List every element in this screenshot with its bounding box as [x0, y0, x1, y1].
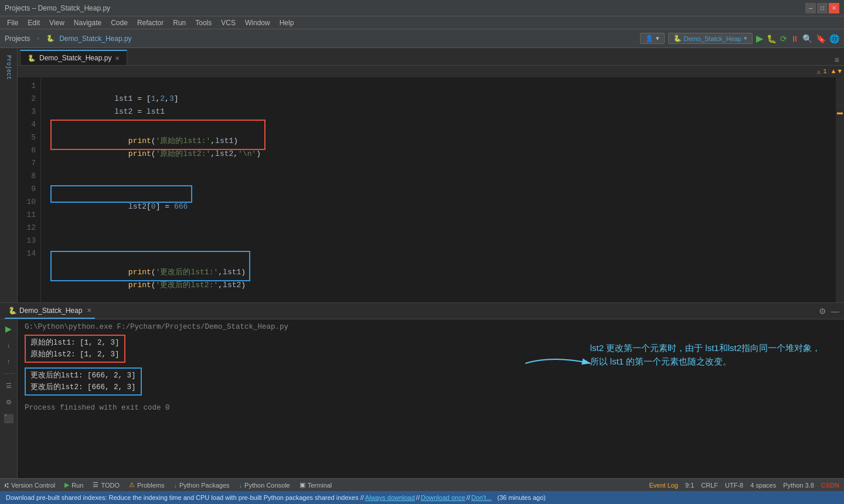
problems-item[interactable]: ⚠ Problems — [129, 481, 164, 489]
warning-triangle-icon: ⚠ — [817, 68, 821, 76]
python-version-item[interactable]: Python 3.8 — [783, 482, 814, 489]
editor-menu-icon[interactable]: ≡ — [835, 56, 839, 65]
main-toolbar: Projects › 🐍 Demo_Statck_Heap.py 👤 ▾ 🐍 D… — [0, 29, 844, 48]
code-line-9 — [50, 237, 836, 250]
run-status-icon: ▶ — [64, 481, 69, 489]
menu-file[interactable]: File — [2, 16, 23, 29]
version-control-item[interactable]: ⑆ Version Control — [5, 482, 55, 489]
project-label: Projects — [5, 35, 30, 43]
menu-navigate[interactable]: Navigate — [69, 16, 106, 29]
notif-time: (36 minutes ago) — [497, 494, 546, 501]
run-config-button[interactable]: 🐍 Demo_Statck_Heap ▾ — [668, 33, 753, 44]
run-play-button[interactable]: ▶ — [2, 322, 16, 336]
code-line-4: print('原始的lst1:',lst1) — [55, 122, 261, 135]
bookmark-button[interactable]: 🔖 — [816, 34, 826, 43]
menu-code[interactable]: Code — [106, 16, 132, 29]
blue-box-2: print('更改后的lst1:',lst1) print('更改后的lst2:… — [50, 251, 250, 281]
menu-run[interactable]: Run — [168, 16, 190, 29]
code-line-6 — [50, 171, 836, 184]
minimize-button[interactable]: – — [805, 3, 816, 13]
line-7: 7 — [18, 157, 36, 170]
maximize-button[interactable]: □ — [817, 3, 828, 13]
notification-bar: Download pre-built shared indexes: Reduc… — [0, 491, 844, 504]
editor-content: 1 2 3 4 5 6 7 8 9 10 11 12 13 14 — [18, 77, 844, 302]
todo-item[interactable]: ☰ TODO — [93, 481, 120, 489]
code-editor[interactable]: lst1 = [1,2,3] lst2 = lst1 print('原始的lst… — [41, 77, 836, 302]
output-blue-line-2: 更改后的lst2: [666, 2, 3] — [30, 382, 136, 393]
warning-marker — [837, 113, 843, 114]
close-button[interactable]: ✕ — [829, 3, 839, 13]
run-filter-button[interactable]: ⚙ — [2, 395, 16, 409]
run-tab-close[interactable]: ✕ — [87, 307, 91, 314]
run-item[interactable]: ▶ Run — [64, 481, 83, 489]
csdn-text: CSDN — [821, 482, 839, 489]
title-bar: Projects – Demo_Statck_Heap.py – □ ✕ — [0, 0, 844, 16]
output-red-box: 原始的lst1: [1, 2, 3] 原始的lst2: [1, 2, 3] — [25, 335, 125, 363]
breadcrumb-separator: › — [36, 34, 40, 43]
todo-icon: ☰ — [93, 481, 98, 489]
annotation-line-1: lst2 更改第一个元素时，由于 lst1和lst2指向同一个堆对象， — [590, 343, 821, 354]
process-done-text: Process finished with exit code 0 — [25, 404, 837, 412]
line-ending-label: CRLF — [701, 482, 718, 489]
menu-tools[interactable]: Tools — [190, 16, 216, 29]
python-packages-label: Python Packages — [179, 482, 230, 489]
code-line-3 — [50, 105, 836, 118]
menu-vcs[interactable]: VCS — [216, 16, 240, 29]
line-6: 6 — [18, 144, 36, 157]
run-button[interactable]: ▶ — [756, 33, 763, 44]
run-scroll-up-button[interactable]: ↑ — [2, 355, 16, 369]
indent-item[interactable]: 4 spaces — [750, 482, 776, 489]
project-panel-icon[interactable]: Project — [1, 50, 17, 84]
run-collapse-button[interactable]: — — [831, 307, 839, 316]
csdn-logo-item: CSDN — [821, 482, 839, 489]
stop-button[interactable]: ⏸ — [791, 34, 799, 43]
dont-link[interactable]: Don't... — [471, 494, 492, 501]
line-numbers: 1 2 3 4 5 6 7 8 9 10 11 12 13 14 — [18, 77, 41, 302]
always-download-link[interactable]: Always download — [365, 494, 415, 501]
file-tab-demo[interactable]: 🐍 Demo_Statck_Heap.py ✕ — [20, 50, 127, 65]
run-list-button[interactable]: ☰ — [2, 379, 16, 393]
line-4: 4 — [18, 118, 36, 131]
search-button[interactable]: 🔍 — [802, 34, 812, 43]
menu-help[interactable]: Help — [275, 16, 299, 29]
position-item[interactable]: 9:1 — [685, 482, 694, 489]
menu-edit[interactable]: Edit — [23, 16, 45, 29]
notif-sep2: // — [467, 494, 470, 501]
output-red-line-2: 原始的lst2: [1, 2, 3] — [30, 349, 120, 360]
file-icon: 🐍 — [46, 35, 55, 42]
run-config-icon: 🐍 — [673, 35, 682, 42]
output-blue-line-1: 更改后的lst1: [666, 2, 3] — [30, 370, 136, 382]
vcs-icon: ⑆ — [5, 482, 9, 489]
event-log-item[interactable]: Event Log — [649, 482, 678, 489]
run-scroll-down-button[interactable]: ↓ — [2, 338, 16, 352]
file-tab-close[interactable]: ✕ — [115, 55, 120, 62]
coverage-button[interactable]: ⟳ — [780, 34, 787, 43]
python-packages-icon: ↓ — [173, 482, 177, 489]
expand-icon: ▲ — [832, 68, 836, 75]
todo-label: TODO — [101, 482, 120, 489]
run-tab-demo[interactable]: 🐍 Demo_Statck_Heap ✕ — [5, 303, 95, 319]
settings-button[interactable]: 🌐 — [829, 34, 839, 43]
notif-sep1: // — [416, 494, 420, 501]
encoding-item[interactable]: UTF-8 — [725, 482, 743, 489]
line-9: 9 — [18, 183, 36, 196]
debug-button[interactable]: 🐛 — [767, 34, 777, 43]
breadcrumb-filename[interactable]: Demo_Statck_Heap.py — [59, 35, 131, 43]
run-stop-button[interactable]: ⬛ — [2, 411, 16, 425]
run-settings-button[interactable]: ⚙ — [819, 307, 826, 316]
menu-refactor[interactable]: Refactor — [132, 16, 168, 29]
menu-view[interactable]: View — [45, 16, 69, 29]
download-once-link[interactable]: Download once — [421, 494, 465, 501]
profile-button[interactable]: 👤 ▾ — [640, 33, 665, 44]
line-10: 10 — [18, 196, 36, 209]
file-tab-icon: 🐍 — [28, 55, 36, 62]
menu-window[interactable]: Window — [240, 16, 275, 29]
python-packages-item[interactable]: ↓ Python Packages — [173, 482, 229, 489]
python-console-item[interactable]: ↓ Python Console — [239, 482, 290, 489]
run-tab-icon: 🐍 — [8, 307, 17, 315]
collapse-icon: ▼ — [838, 68, 842, 75]
code-line-10: print('更改后的lst1:',lst1) — [55, 253, 246, 266]
terminal-item[interactable]: ▣ Terminal — [300, 481, 332, 489]
line-ending-item[interactable]: CRLF — [701, 482, 718, 489]
python-console-label: Python Console — [244, 482, 290, 489]
